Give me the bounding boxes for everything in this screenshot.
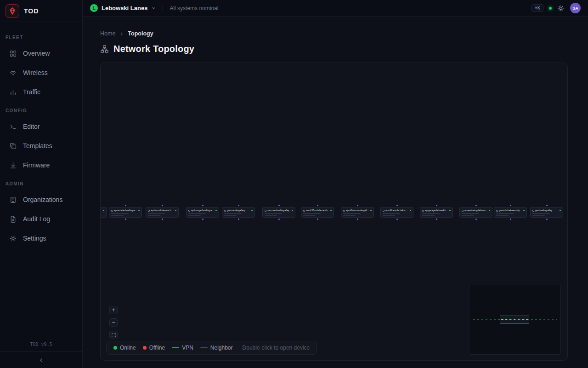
sidebar-item-templates[interactable]: Templates bbox=[0, 136, 82, 155]
device-meta-line bbox=[462, 215, 474, 216]
grid-icon bbox=[8, 49, 17, 58]
link-handle-icon bbox=[202, 218, 204, 220]
chevron-right-icon bbox=[119, 31, 124, 36]
device-type-icon bbox=[111, 210, 113, 212]
device-card-gw-sobchak-security[interactable]: gw-sobchak-security bbox=[494, 207, 527, 218]
device-node: ap-barn-dude-ranch bbox=[146, 207, 179, 218]
command-palette-shortcut[interactable]: ⌘K bbox=[531, 4, 543, 12]
link-handle-icon bbox=[238, 218, 239, 220]
plus-icon: + bbox=[112, 307, 115, 313]
link-handle-icon bbox=[162, 205, 163, 206]
theme-toggle-button[interactable] bbox=[557, 5, 565, 12]
device-meta-line bbox=[224, 215, 237, 216]
device-type-icon bbox=[422, 210, 424, 212]
device-meta-line bbox=[303, 215, 316, 216]
device-meta-line bbox=[265, 215, 277, 216]
sidebar-item-label: Firmware bbox=[23, 161, 50, 169]
legend-offline: Offline bbox=[143, 345, 165, 351]
device-status-dot bbox=[410, 210, 411, 211]
system-status-text: All systems nominal bbox=[170, 5, 218, 12]
sidebar-item-organizations[interactable]: Organizations bbox=[0, 190, 82, 209]
terminal-icon bbox=[8, 122, 17, 131]
copy-icon bbox=[8, 141, 17, 150]
breadcrumb: Home Topology bbox=[100, 30, 568, 37]
sidebar-item-settings[interactable]: Settings bbox=[0, 229, 82, 248]
device-node: gw-sobchak-security bbox=[494, 207, 527, 218]
device-meta-line bbox=[111, 213, 129, 214]
minimap[interactable] bbox=[469, 285, 561, 355]
device-card-ap-east-wing-lebowski-mansion[interactable]: ap-east-wing-lebowski-mansion bbox=[459, 207, 492, 218]
device-meta-line bbox=[188, 215, 201, 216]
device-type-icon bbox=[188, 210, 190, 212]
org-name: Lebowski Lanes bbox=[102, 5, 147, 12]
vpn-line-icon bbox=[172, 347, 179, 349]
sidebar-item-audit-log[interactable]: Audit Log bbox=[0, 209, 82, 229]
brand-logo-icon bbox=[6, 4, 19, 18]
device-name: ap-office-maude-gallery bbox=[346, 209, 369, 212]
device-card-sw-dr50c-dude-ranch[interactable]: sw-dr50c-dude-ranch bbox=[301, 207, 334, 218]
device-node: ap-office-sobchak-security bbox=[380, 207, 413, 218]
link-handle-icon bbox=[396, 218, 398, 220]
device-card-ap-lounge-bowling-alley[interactable]: ap-lounge-bowling-alley bbox=[186, 207, 219, 218]
sidebar-item-firmware[interactable]: Firmware bbox=[0, 155, 82, 175]
org-switcher[interactable]: L Lebowski Lanes bbox=[90, 4, 156, 12]
topology-canvas[interactable]: gw-dude-ranchap-arcade-bowling-alleyap-b… bbox=[100, 63, 568, 361]
canvas-hint: Double-click to open device bbox=[243, 345, 310, 351]
minimap-viewport[interactable] bbox=[500, 316, 529, 324]
device-meta-line bbox=[422, 213, 440, 214]
zoom-in-button[interactable]: + bbox=[109, 306, 118, 314]
link-handle-icon bbox=[357, 205, 358, 206]
download-icon bbox=[8, 161, 17, 170]
device-card-gw-maude-gallery[interactable]: gw-maude-gallery bbox=[222, 207, 255, 218]
device-card-ap-barn-dude-ranch[interactable]: ap-barn-dude-ranch bbox=[146, 207, 179, 218]
device-card-ap-arcade-bowling-alley[interactable]: ap-arcade-bowling-alley bbox=[109, 207, 142, 218]
main-area: L Lebowski Lanes All systems nominal ⌘K … bbox=[83, 0, 588, 368]
chevron-left-icon bbox=[38, 357, 45, 363]
link-handle-icon bbox=[357, 218, 358, 220]
sidebar-item-label: Wireless bbox=[23, 69, 48, 76]
zoom-out-button[interactable]: − bbox=[109, 318, 118, 327]
device-name: ap-lounge-bowling-alley bbox=[191, 209, 215, 212]
device-meta-line bbox=[462, 213, 479, 214]
device-meta-line bbox=[224, 213, 242, 214]
sidebar-item-editor[interactable]: Editor bbox=[0, 117, 82, 136]
device-node: gw-bowling-alley bbox=[530, 207, 563, 218]
fit-view-button[interactable] bbox=[109, 331, 118, 339]
device-status-dot bbox=[292, 210, 293, 211]
device-card-ap-office-sobchak-security[interactable]: ap-office-sobchak-security bbox=[380, 207, 413, 218]
sidebar-collapse-button[interactable] bbox=[0, 351, 82, 368]
link-handle-icon bbox=[436, 205, 437, 206]
sidebar-item-wireless[interactable]: Wireless bbox=[0, 63, 82, 82]
minus-icon: − bbox=[112, 320, 115, 325]
nav-section-label: FLEET bbox=[0, 29, 82, 44]
user-avatar[interactable]: SA bbox=[570, 3, 581, 13]
device-card-ap-garage-lebowski-mansion[interactable]: ap-garage-lebowski-mansion bbox=[420, 207, 453, 218]
device-name: ap-barn-dude-ranch bbox=[151, 209, 174, 212]
link-handle-icon bbox=[475, 218, 477, 220]
top-header: L Lebowski Lanes All systems nominal ⌘K … bbox=[83, 0, 588, 17]
sidebar-item-label: Audit Log bbox=[23, 215, 50, 223]
legend-online: Online bbox=[113, 345, 136, 351]
minimap-viewport-line bbox=[501, 319, 528, 320]
device-meta-line bbox=[343, 213, 361, 214]
link-handle-icon bbox=[317, 205, 318, 206]
device-type-icon bbox=[462, 210, 464, 212]
breadcrumb-current: Topology bbox=[128, 30, 153, 37]
device-card-gw-dude-ranch[interactable]: gw-dude-ranch bbox=[100, 207, 107, 218]
device-card-gw-bowling-alley[interactable]: gw-bowling-alley bbox=[530, 207, 563, 218]
link-handle-icon bbox=[546, 218, 548, 220]
sidebar-item-label: Settings bbox=[23, 235, 46, 242]
device-card-ap-office-maude-gallery[interactable]: ap-office-maude-gallery bbox=[341, 207, 374, 218]
breadcrumb-home-link[interactable]: Home bbox=[100, 30, 115, 37]
device-name: gw-bowling-alley bbox=[535, 209, 559, 212]
device-status-dot bbox=[215, 210, 217, 211]
device-name: sw-dr50c-dude-ranch bbox=[306, 209, 329, 212]
sidebar-item-overview[interactable]: Overview bbox=[0, 44, 82, 63]
device-type-icon bbox=[343, 210, 345, 212]
device-status-dot bbox=[449, 210, 451, 211]
device-status-dot bbox=[560, 210, 561, 211]
sidebar-item-traffic[interactable]: Traffic bbox=[0, 82, 82, 102]
device-card-sw-core-bowling-alley[interactable]: sw-core-bowling-alley bbox=[262, 207, 295, 218]
sidebar-item-label: Overview bbox=[23, 50, 50, 57]
device-name: gw-sobchak-security bbox=[499, 209, 522, 212]
